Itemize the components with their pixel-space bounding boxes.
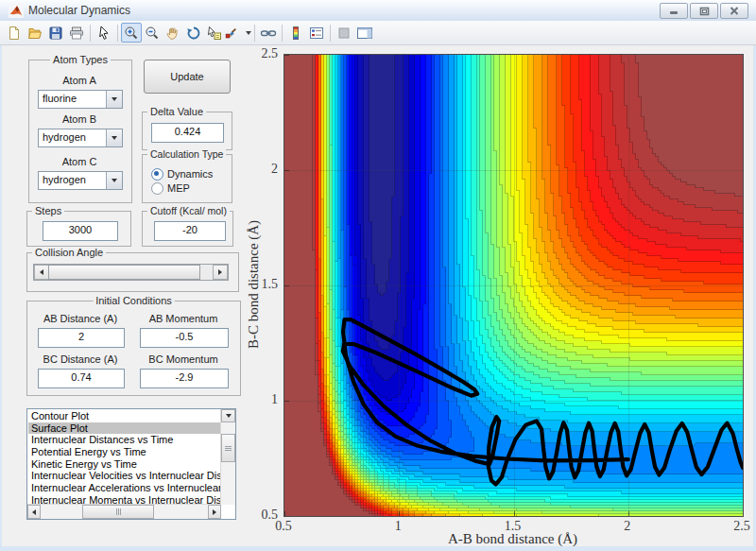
zoom-in-icon[interactable]: [121, 23, 142, 43]
print-figure-icon[interactable]: [66, 23, 87, 43]
list-item[interactable]: Potential Energy vs Time: [28, 446, 221, 458]
ab-distance-field[interactable]: 2: [38, 328, 125, 348]
window-title: Molecular Dynamics: [28, 4, 130, 17]
calculation-type-title: Calculation Type: [147, 148, 226, 161]
mep-radio-label: MEP: [167, 182, 190, 194]
scroll-down-button[interactable]: [221, 409, 235, 422]
list-item[interactable]: Internuclear Distances vs Time: [28, 434, 221, 446]
atom-c-label: Atom C: [28, 156, 130, 167]
collision-angle-title: Collision Angle: [32, 247, 106, 259]
title-bar[interactable]: Molecular Dynamics: [0, 0, 756, 22]
maximize-button[interactable]: [690, 3, 718, 19]
brush-dropdown-caret[interactable]: [246, 31, 251, 35]
horizontal-scroll-thumb[interactable]: [82, 505, 154, 519]
contour-plot-canvas[interactable]: [284, 54, 744, 517]
y-tick-label: 1: [242, 392, 278, 407]
y-tick-label: 0.5: [242, 508, 278, 523]
chevron-down-icon: [112, 136, 117, 140]
list-item[interactable]: Internuclear Accelerations vs Internucle…: [28, 482, 221, 494]
slider-right-arrow[interactable]: [213, 265, 228, 280]
delta-value-field[interactable]: 0.424: [151, 123, 224, 143]
molecular-dynamics-window: Molecular Dynamics: [0, 0, 756, 551]
steps-title: Steps: [32, 205, 64, 217]
delta-value-title: Delta Value: [147, 106, 206, 118]
chevron-down-icon: [112, 179, 117, 182]
close-icon: [730, 7, 739, 15]
y-tick-label: 2.5: [242, 46, 278, 61]
close-button[interactable]: [720, 3, 748, 19]
listbox-horizontal-scrollbar[interactable]: [27, 504, 221, 519]
hide-plot-tools-icon[interactable]: [334, 23, 354, 43]
ab-momentum-field[interactable]: -0.5: [140, 328, 229, 348]
ab-momentum-label: AB Momentum: [140, 313, 227, 324]
save-figure-icon[interactable]: [45, 23, 66, 43]
edit-plot-icon[interactable]: [94, 23, 114, 43]
right-arrow-icon: [218, 269, 222, 275]
atom-b-value: hydrogen: [43, 131, 86, 143]
listbox-vertical-scrollbar[interactable]: [220, 409, 235, 505]
atom-b-dropdown-button[interactable]: [106, 129, 122, 146]
list-item[interactable]: Surface Plot: [28, 422, 221, 435]
atom-c-dropdown[interactable]: hydrogen: [38, 171, 123, 190]
minimize-icon: [669, 7, 679, 15]
scroll-left-button[interactable]: [27, 505, 41, 519]
right-arrow-icon: [213, 509, 216, 515]
atom-c-value: hydrogen: [43, 174, 86, 185]
bc-distance-label: BC Distance (A): [38, 353, 123, 365]
open-file-icon[interactable]: [25, 23, 45, 43]
vertical-scroll-thumb[interactable]: [221, 434, 235, 462]
toolbar-separator: [282, 25, 283, 42]
toolbar-separator: [117, 25, 118, 42]
atom-a-dropdown[interactable]: fluorine: [38, 90, 123, 109]
toolbar-separator: [330, 25, 331, 42]
link-plot-icon[interactable]: [258, 23, 279, 43]
bc-momentum-label: BC Momentum: [140, 353, 227, 365]
show-plot-tools-icon[interactable]: [354, 23, 375, 43]
list-item[interactable]: Kinetic Energy vs Time: [28, 458, 221, 471]
x-axis-label: A-B bond distance (Å): [284, 531, 742, 547]
data-cursor-icon[interactable]: [204, 23, 225, 43]
bc-momentum-field[interactable]: -2.9: [140, 369, 229, 388]
brush-icon[interactable]: [225, 23, 251, 43]
atom-a-label: Atom A: [28, 75, 130, 86]
initial-conditions-title: Initial Conditions: [93, 295, 175, 307]
cutoff-field[interactable]: -20: [154, 221, 226, 241]
rotate-3d-icon[interactable]: [183, 23, 204, 43]
slider-left-arrow[interactable]: [34, 265, 49, 280]
atom-c-dropdown-button[interactable]: [106, 172, 122, 189]
zoom-out-icon[interactable]: [142, 23, 163, 43]
slider-thumb[interactable]: [48, 265, 200, 280]
window-frame-left: [0, 21, 2, 546]
maximize-icon: [699, 7, 710, 16]
atom-a-dropdown-button[interactable]: [106, 91, 122, 108]
left-arrow-icon: [40, 269, 43, 275]
collision-angle-slider[interactable]: [33, 264, 229, 281]
bc-distance-field[interactable]: 0.74: [38, 369, 125, 388]
y-tick-label: 2: [242, 162, 278, 177]
plot-type-list-rows: Contour PlotSurface PlotInternuclear Dis…: [28, 410, 221, 505]
steps-field[interactable]: 3000: [43, 221, 118, 241]
dynamics-radio[interactable]: [151, 168, 163, 181]
toolbar-separator: [90, 25, 91, 42]
list-item[interactable]: Internuclear Velocities vs Internuclear …: [28, 470, 221, 482]
chevron-down-icon: [112, 97, 117, 101]
pan-icon[interactable]: [163, 23, 183, 43]
insert-colorbar-icon[interactable]: [285, 23, 306, 43]
update-button[interactable]: Update: [144, 60, 231, 94]
y-axis-label: B-C bond distance (Å): [246, 220, 262, 349]
dynamics-radio-label: Dynamics: [167, 168, 213, 180]
atom-types-title: Atom Types: [50, 54, 111, 66]
ab-distance-label: AB Distance (A): [38, 313, 123, 324]
insert-legend-icon[interactable]: [306, 23, 327, 43]
new-figure-icon[interactable]: [4, 23, 25, 43]
atom-b-dropdown[interactable]: hydrogen: [38, 129, 123, 147]
mep-radio[interactable]: [151, 182, 163, 195]
scroll-right-button[interactable]: [208, 505, 221, 519]
plot-type-listbox[interactable]: Contour PlotSurface PlotInternuclear Dis…: [26, 408, 236, 520]
list-item[interactable]: Contour Plot: [28, 410, 221, 422]
toolbar-separator: [254, 25, 255, 42]
figure-toolbar: [0, 21, 756, 45]
minimize-button[interactable]: [660, 3, 688, 19]
down-arrow-icon: [226, 414, 232, 418]
atom-a-value: fluorine: [43, 93, 77, 104]
